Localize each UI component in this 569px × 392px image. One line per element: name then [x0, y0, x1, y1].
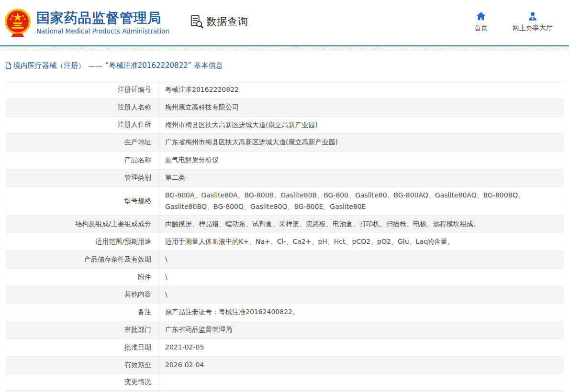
field-value: 粤械注准20162220822 — [158, 81, 564, 98]
field-label: 注 — [5, 391, 158, 392]
field-label: 适用范围/预期用途 — [5, 233, 158, 250]
module-title: 数据查询 — [206, 15, 248, 28]
user-icon — [527, 11, 538, 22]
table-row: 管理类别 第二类 — [5, 169, 564, 187]
table-row: 注册证编号 粤械注准20162220822 — [5, 81, 564, 99]
table-row: 注册人住所 梅州市梅县区扶大高新区进城大道(康立高新产业园) — [5, 117, 564, 134]
field-label: 型号规格 — [5, 187, 158, 216]
field-value: 血气电解质分析仪 — [158, 152, 564, 169]
field-value: 第二类 — [158, 169, 564, 186]
table-row: 附件 \ — [5, 269, 564, 286]
table-row: 变更情况 — [5, 374, 564, 391]
header-nav: 首页 网上办事大厅 — [474, 11, 553, 33]
field-value: 梅州康立高科技有限公司 — [158, 99, 564, 116]
field-label: 其他内容 — [5, 286, 158, 304]
org-name-en: National Medical Products Administration — [36, 27, 169, 35]
registration-info-table: 注册证编号 粤械注准20162220822 注册人名称 梅州康立高科技有限公司 … — [5, 81, 564, 392]
field-label: 有效期至 — [5, 357, 158, 374]
field-label: 审批部门 — [5, 321, 158, 338]
field-label: 批准日期 — [5, 339, 158, 356]
field-label: 产品储存条件及有效期 — [5, 251, 158, 268]
table-row: 生产地址 广东省梅州市梅县区扶大高新区进城大道(康立高新产业园) — [5, 134, 564, 152]
hatch-strip — [0, 46, 569, 51]
national-emblem-icon — [4, 8, 32, 38]
document-search-icon — [190, 14, 204, 29]
home-icon — [476, 11, 486, 22]
field-label: 变更情况 — [5, 374, 158, 390]
field-value: 2021-02-05 — [158, 339, 564, 356]
field-value — [158, 374, 564, 390]
field-label: 管理类别 — [5, 169, 158, 186]
table-row: 产品储存条件及有效期 \ — [5, 251, 564, 269]
field-label: 附件 — [5, 269, 158, 286]
field-value: 广东省梅州市梅县区扶大高新区进城大道(康立高新产业园) — [158, 134, 564, 151]
field-label: 结构及组成/主要组成成分 — [5, 216, 158, 233]
table-row: 审批部门 广东省药品监督管理局 — [5, 321, 564, 339]
data-query-module[interactable]: 数据查询 — [190, 14, 248, 29]
field-label: 备注 — [5, 304, 158, 321]
field-label: 产品名称 — [5, 152, 158, 169]
field-value: 广东省药品监督管理局 — [158, 321, 564, 338]
table-row: 产品名称 血气电解质分析仪 — [5, 152, 564, 169]
field-label: 注册证编号 — [5, 81, 158, 98]
field-label: 生产地址 — [5, 134, 158, 151]
table-row: 注册人名称 梅州康立高科技有限公司 — [5, 99, 564, 117]
table-row: 适用范围/预期用途 适用于测量人体血液中的K+、Na+、Cl-、Ca2+、pH、… — [5, 233, 564, 251]
field-value: 由触摸屏、样品箱、蠕动泵、试剂盒、采样架、流路板、电池盒、打印机、扫描枪、电极、… — [158, 216, 564, 233]
table-row: 其他内容 \ — [5, 286, 564, 304]
table-row: 批准日期 2021-02-05 — [5, 339, 564, 357]
nav-online-hall[interactable]: 网上办事大厅 — [513, 11, 553, 33]
breadcrumb-category[interactable]: 境内医疗器械（注册） — [13, 61, 85, 70]
field-label: 注册人名称 — [5, 99, 158, 116]
site-logo[interactable]: 国家药品监督管理局 National Medical Products Admi… — [4, 8, 169, 38]
field-label: 注册人住所 — [5, 117, 158, 134]
field-value: 2026-02-04 — [158, 357, 564, 374]
field-value: \ — [158, 251, 564, 268]
table-row: 结构及组成/主要组成成分 由触摸屏、样品箱、蠕动泵、试剂盒、采样架、流路板、电池… — [5, 216, 564, 233]
table-row: 型号规格 BG-800A、Gaslite80A、BG-800B、Gaslite8… — [5, 187, 564, 216]
field-value: \ — [158, 269, 564, 286]
field-value: BG-800A、Gaslite80A、BG-800B、Gaslite80B、BG… — [158, 187, 564, 216]
nav-hall-label: 网上办事大厅 — [513, 24, 553, 33]
breadcrumb-dash: —— — [88, 62, 102, 70]
breadcrumb: 境内医疗器械（注册） —— “粤械注准20162220822” 基本信息 — [5, 61, 564, 70]
page-header: 国家药品监督管理局 National Medical Products Admi… — [0, 0, 569, 45]
org-name-zh: 国家药品监督管理局 — [36, 11, 169, 26]
document-icon — [5, 62, 12, 69]
table-row: 备注 原产品注册证号：粤械注准20162400822。 — [5, 304, 564, 321]
nav-home-label: 首页 — [474, 24, 488, 33]
field-value: \ — [158, 286, 564, 304]
nav-home[interactable]: 首页 — [474, 11, 488, 33]
table-row: 有效期至 2026-02-04 — [5, 357, 564, 374]
field-value: 适用于测量人体血液中的K+、Na+、Cl-、Ca2+、pH、Hct、pCO2、p… — [158, 233, 564, 250]
field-value: 梅州市梅县区扶大高新区进城大道(康立高新产业园) — [158, 117, 564, 134]
field-value: 详情 — [158, 391, 564, 392]
page-title: “粤械注准20162220822” 基本信息 — [105, 61, 223, 70]
field-value: 原产品注册证号：粤械注准20162400822。 — [158, 304, 564, 321]
table-row: 注 详情 — [5, 391, 564, 392]
